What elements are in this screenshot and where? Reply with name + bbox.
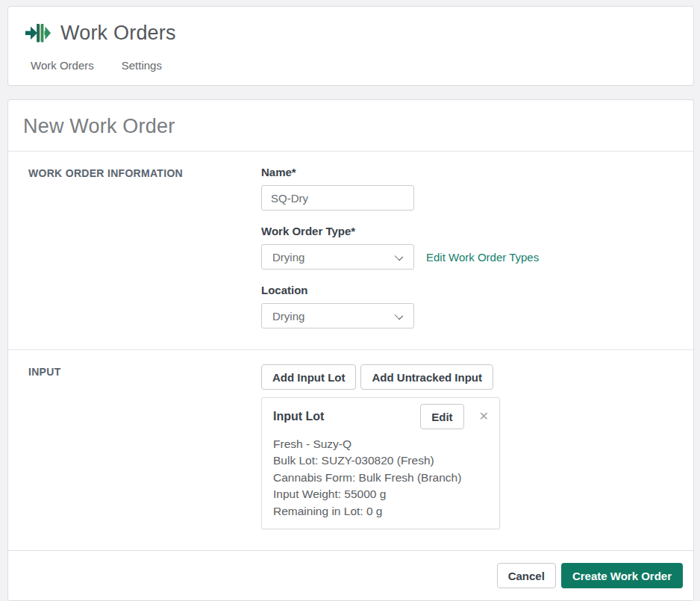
section-label-column: INPUT (8, 350, 261, 550)
input-lot-card: Input Lot Edit ✕ Fresh - Suzy-Q Bulk Lot… (261, 397, 500, 529)
edit-work-order-types-link[interactable]: Edit Work Order Types (426, 251, 539, 264)
close-icon[interactable]: ✕ (479, 411, 489, 423)
location-field-group: Location Drying (261, 284, 693, 328)
edit-input-lot-button[interactable]: Edit (420, 404, 463, 429)
lot-detail-line: Remaining in Lot: 0 g (273, 503, 489, 520)
nav-settings[interactable]: Settings (122, 59, 162, 72)
work-order-type-field-group: Work Order Type* Drying Edit Work Order … (261, 225, 693, 270)
page-title: New Work Order (23, 115, 678, 138)
input-lot-card-header: Input Lot Edit ✕ (273, 404, 489, 429)
merge-arrows-icon (25, 20, 51, 46)
app-title: Work Orders (60, 22, 176, 45)
page-title-wrap: New Work Order (8, 100, 693, 152)
brand-row: Work Orders (25, 17, 678, 49)
work-order-information-fields: Name* Work Order Type* Drying Edit Work … (261, 152, 693, 349)
work-order-type-selected-value: Drying (272, 251, 304, 264)
work-order-information-label: WORK ORDER INFORMATION (28, 167, 254, 179)
chevron-down-icon (395, 311, 403, 320)
add-input-lot-button[interactable]: Add Input Lot (261, 364, 356, 390)
input-section-label: INPUT (28, 366, 254, 378)
input-buttons-row: Add Input Lot Add Untracked Input (261, 364, 693, 390)
lot-detail-line: Bulk Lot: SUZY-030820 (Fresh) (273, 452, 489, 469)
form-footer: Cancel Create Work Order (8, 550, 693, 601)
section-label-column: WORK ORDER INFORMATION (8, 152, 261, 349)
location-selected-value: Drying (272, 310, 304, 323)
location-select[interactable]: Drying (261, 303, 414, 328)
name-field-group: Name* (261, 166, 693, 211)
new-work-order-panel: New Work Order WORK ORDER INFORMATION Na… (7, 99, 694, 601)
add-untracked-input-button[interactable]: Add Untracked Input (360, 364, 493, 390)
app-header: Work Orders Work Orders Settings (7, 6, 694, 86)
chevron-down-icon (395, 252, 403, 261)
lot-detail-line: Cannabis Form: Bulk Fresh (Branch) (273, 470, 489, 486)
main-nav: Work Orders Settings (25, 59, 678, 72)
cancel-button[interactable]: Cancel (497, 563, 556, 588)
nav-work-orders[interactable]: Work Orders (31, 59, 94, 72)
work-order-type-label: Work Order Type* (261, 225, 693, 237)
name-input[interactable] (261, 185, 414, 211)
input-section: INPUT Add Input Lot Add Untracked Input … (8, 349, 693, 550)
location-label: Location (261, 284, 693, 296)
input-section-fields: Add Input Lot Add Untracked Input Input … (261, 350, 693, 550)
lot-detail-line: Input Weight: 55000 g (273, 486, 489, 502)
input-lot-title: Input Lot (273, 410, 420, 423)
work-order-type-select[interactable]: Drying (261, 244, 414, 270)
input-lot-details: Fresh - Suzy-Q Bulk Lot: SUZY-030820 (Fr… (273, 436, 489, 520)
lot-detail-line: Fresh - Suzy-Q (273, 436, 489, 452)
create-work-order-button[interactable]: Create Work Order (561, 563, 683, 588)
work-order-information-section: WORK ORDER INFORMATION Name* Work Order … (8, 152, 693, 349)
name-label: Name* (261, 166, 693, 178)
